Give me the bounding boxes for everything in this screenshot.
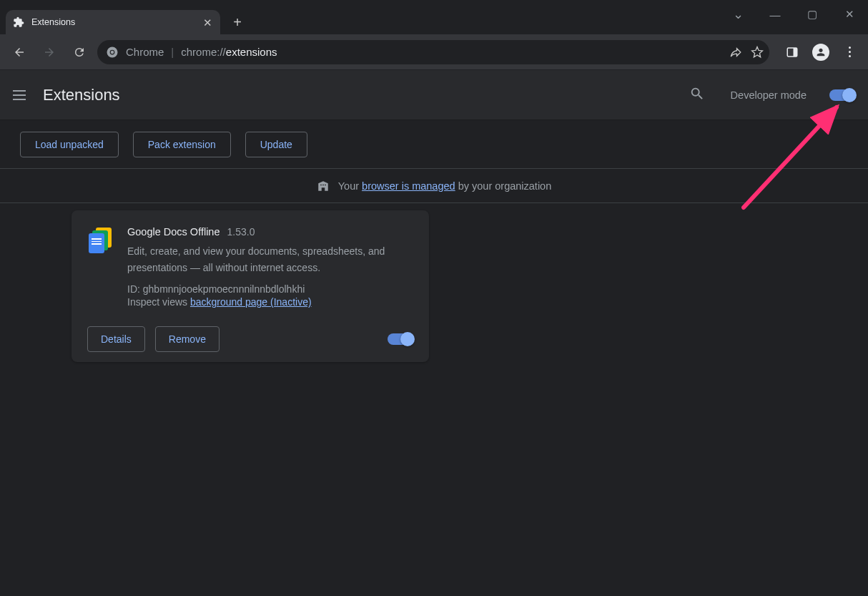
svg-rect-4	[794, 48, 797, 57]
bookmark-star-icon[interactable]	[751, 46, 764, 59]
window-titlebar: Extensions ✕ + ⌄ — ▢ ✕	[0, 0, 868, 34]
managed-banner: Your browser is managed by your organiza…	[0, 169, 868, 203]
profile-avatar-icon[interactable]	[809, 41, 832, 64]
update-button[interactable]: Update	[245, 132, 307, 157]
remove-button[interactable]: Remove	[155, 326, 220, 352]
developer-mode-label: Developer mode	[731, 89, 807, 101]
omnibox-url: chrome://extensions	[181, 46, 277, 58]
managed-text-after: by your organization	[455, 180, 552, 192]
address-bar[interactable]: Chrome | chrome://extensions	[97, 40, 769, 64]
extension-id: ID: ghbmnnjooekpmoecnnnilnnbdlolhkhi	[127, 283, 413, 295]
browser-toolbar: Chrome | chrome://extensions	[0, 34, 868, 70]
svg-point-2	[111, 50, 114, 54]
extensions-list: Google Docs Offline 1.53.0 Edit, create,…	[0, 203, 868, 362]
extension-inspect-views: Inspect views background page (Inactive)	[127, 296, 413, 308]
share-icon[interactable]	[729, 46, 742, 59]
extension-version: 1.53.0	[227, 226, 255, 238]
omnibox-divider: |	[171, 46, 174, 58]
menu-hamburger-icon[interactable]	[13, 87, 30, 104]
developer-actions-row: Load unpacked Pack extension Update	[0, 120, 868, 169]
load-unpacked-button[interactable]: Load unpacked	[20, 132, 119, 157]
building-icon	[317, 180, 330, 192]
search-icon[interactable]	[689, 86, 705, 104]
background-page-link[interactable]: background page (Inactive)	[190, 296, 312, 308]
extensions-header: Extensions Developer mode	[0, 70, 868, 120]
details-button[interactable]: Details	[87, 326, 145, 352]
window-maximize-icon[interactable]: ▢	[798, 4, 827, 24]
browser-menu-icon[interactable]	[838, 41, 861, 64]
side-panel-icon[interactable]	[781, 41, 804, 64]
extension-card: Google Docs Offline 1.53.0 Edit, create,…	[71, 210, 429, 362]
window-minimize-icon[interactable]: —	[761, 4, 789, 24]
omnibox-prefix: Chrome	[126, 46, 164, 58]
new-tab-button[interactable]: +	[227, 12, 247, 32]
toolbar-right-icons	[781, 41, 861, 64]
back-button[interactable]	[7, 40, 31, 64]
browser-tab[interactable]: Extensions ✕	[6, 10, 220, 34]
forward-button[interactable]	[37, 40, 61, 64]
tab-title: Extensions	[31, 17, 75, 27]
reload-button[interactable]	[67, 40, 92, 64]
browser-managed-link[interactable]: browser is managed	[362, 180, 455, 192]
extension-title: Google Docs Offline	[127, 226, 220, 238]
window-controls: ⌄ — ▢ ✕	[724, 4, 864, 24]
window-dropdown-icon[interactable]: ⌄	[724, 4, 752, 24]
page-title: Extensions	[43, 86, 120, 104]
tab-close-icon[interactable]: ✕	[202, 16, 213, 28]
extension-puzzle-icon	[13, 16, 24, 28]
extension-enable-toggle[interactable]	[388, 333, 413, 345]
google-docs-icon	[87, 228, 113, 253]
extension-description: Edit, create, and view your documents, s…	[127, 243, 413, 276]
window-close-icon[interactable]: ✕	[835, 4, 864, 24]
developer-mode-toggle[interactable]	[829, 89, 855, 101]
chrome-icon	[106, 46, 119, 59]
managed-text-before: Your	[338, 180, 362, 192]
pack-extension-button[interactable]: Pack extension	[133, 132, 231, 157]
